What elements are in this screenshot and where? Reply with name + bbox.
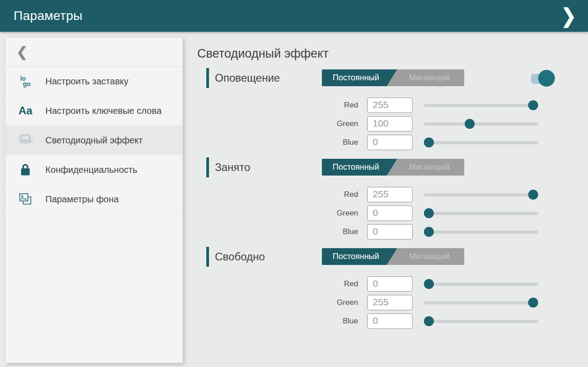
blue-label: Blue — [322, 138, 358, 147]
slider-thumb[interactable] — [528, 298, 538, 308]
mode-toggle: Постоянный Мигающий — [322, 69, 464, 86]
red-row: Red — [322, 98, 588, 113]
red-value-input[interactable] — [367, 187, 413, 202]
blue-row: Blue — [322, 313, 588, 329]
blue-row: Blue — [322, 224, 588, 240]
slider-track — [424, 212, 538, 215]
red-value-input[interactable] — [367, 276, 413, 292]
app-header: Параметры ❯ — [0, 0, 588, 32]
red-value-input[interactable] — [367, 98, 413, 113]
chevron-left-icon: ❮ — [16, 44, 28, 60]
slider-thumb[interactable] — [424, 208, 434, 218]
led-effect-panel: Светодиодный эффект Оповещение Постоянны… — [183, 32, 588, 367]
slider-track — [424, 141, 538, 144]
accent-bar — [206, 68, 209, 88]
mode-option-blinking[interactable]: Мигающий — [397, 159, 464, 176]
slider-track — [424, 122, 538, 126]
red-slider[interactable] — [424, 279, 538, 289]
sidebar-item-keywords[interactable]: Aa Настроить ключевые слова — [5, 96, 183, 126]
mode-option-constant[interactable]: Постоянный — [322, 248, 397, 265]
slider-track — [424, 301, 538, 304]
red-label: Red — [322, 190, 358, 199]
blue-value-input[interactable] — [367, 135, 413, 150]
blue-slider[interactable] — [424, 316, 538, 326]
green-row: Green — [322, 116, 588, 132]
slider-thumb[interactable] — [424, 227, 434, 237]
sidebar: ❮ lo go Настроить заставку Aa Настроить … — [5, 38, 183, 363]
page-title: Параметры — [14, 9, 83, 23]
green-row: Green — [322, 295, 588, 310]
logo-icon-text: go — [23, 81, 30, 87]
green-slider[interactable] — [424, 298, 538, 308]
green-value-input[interactable] — [367, 116, 413, 132]
mode-toggle: Постоянный Мигающий — [322, 159, 464, 176]
green-value-input[interactable] — [367, 206, 413, 221]
red-row: Red — [322, 187, 588, 202]
red-label: Red — [322, 279, 358, 289]
green-label: Green — [322, 209, 358, 218]
slider-thumb[interactable] — [424, 316, 434, 326]
accent-bar — [206, 247, 209, 267]
mode-option-constant[interactable]: Постоянный — [322, 69, 397, 86]
green-row: Green — [322, 206, 588, 221]
slider-thumb[interactable] — [528, 100, 538, 110]
green-slider[interactable] — [424, 208, 538, 218]
green-label: Green — [322, 119, 358, 128]
blue-row: Blue — [322, 135, 588, 150]
blue-label: Blue — [322, 317, 358, 326]
green-slider[interactable] — [424, 119, 538, 129]
lock-icon — [5, 163, 45, 176]
slider-track — [424, 104, 538, 107]
red-row: Red — [322, 276, 588, 292]
slider-thumb[interactable] — [424, 279, 434, 289]
green-value-input[interactable] — [367, 295, 413, 310]
slider-track — [424, 230, 538, 234]
mode-option-blinking[interactable]: Мигающий — [397, 248, 464, 265]
mode-option-constant[interactable]: Постоянный — [322, 159, 397, 176]
slider-track — [424, 283, 538, 286]
blue-value-input[interactable] — [367, 224, 413, 240]
section-label: Свободно — [215, 250, 265, 263]
section-label: Занято — [215, 161, 250, 174]
back-button[interactable]: ❮ — [5, 38, 183, 67]
blue-slider[interactable] — [424, 137, 538, 147]
slider-track — [424, 193, 538, 196]
section-busy: Занято Постоянный Мигающий Red Green — [206, 157, 588, 240]
main-title: Светодиодный эффект — [197, 47, 588, 61]
sidebar-item-led-effect[interactable]: Светодиодный эффект — [5, 126, 183, 155]
sidebar-item-label: Параметры фона — [45, 193, 121, 206]
slider-track — [424, 320, 538, 323]
mode-option-blinking[interactable]: Мигающий — [397, 69, 464, 86]
switch-knob — [538, 70, 555, 87]
sidebar-item-privacy[interactable]: Конфиденциальность — [5, 155, 183, 185]
logo-icon: lo go — [5, 76, 45, 87]
sidebar-item-screensaver[interactable]: lo go Настроить заставку — [5, 67, 183, 96]
slider-thumb[interactable] — [528, 190, 538, 200]
led-monitor-icon — [5, 133, 45, 147]
chevron-right-icon[interactable]: ❯ — [561, 6, 576, 26]
sidebar-item-label: Настроить ключевые слова — [45, 105, 164, 117]
sidebar-item-background[interactable]: Параметры фона — [5, 185, 183, 214]
blue-value-input[interactable] — [367, 313, 413, 329]
sidebar-item-label: Настроить заставку — [45, 75, 131, 88]
slider-thumb[interactable] — [424, 137, 434, 147]
section-label: Оповещение — [215, 72, 280, 84]
section-free: Свободно Постоянный Мигающий Red Green — [206, 247, 588, 329]
green-label: Green — [322, 298, 358, 307]
section-notification: Оповещение Постоянный Мигающий Red Green — [206, 68, 588, 150]
red-slider[interactable] — [424, 190, 538, 200]
keywords-icon: Aa — [5, 104, 45, 117]
sidebar-item-label: Светодиодный эффект — [45, 134, 146, 147]
enable-switch[interactable] — [531, 70, 555, 87]
blue-slider[interactable] — [424, 227, 538, 237]
sidebar-item-label: Конфиденциальность — [45, 164, 140, 176]
slider-thumb[interactable] — [465, 119, 475, 129]
accent-bar — [206, 157, 209, 177]
blue-label: Blue — [322, 227, 358, 236]
red-slider[interactable] — [424, 100, 538, 110]
red-label: Red — [322, 101, 358, 110]
background-images-icon — [5, 192, 45, 206]
mode-toggle: Постоянный Мигающий — [322, 248, 464, 265]
